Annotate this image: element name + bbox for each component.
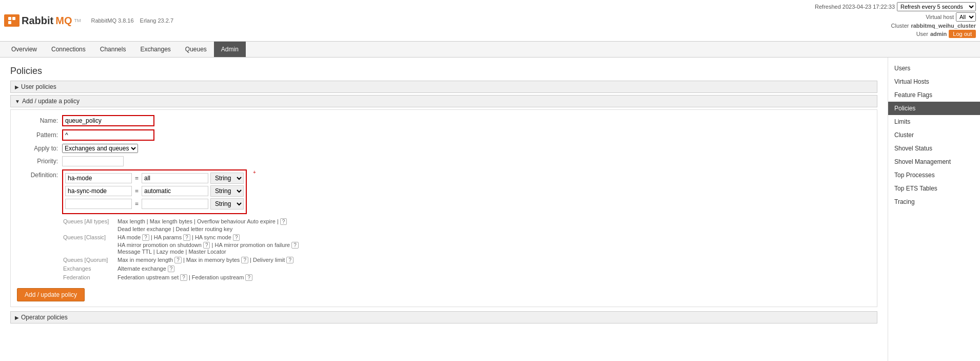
hint-max-in-memory-length[interactable]: Max in memory length (117, 257, 173, 263)
app-logo-text: Rabbit (22, 15, 53, 27)
operator-policies-section-header[interactable]: ▶ Operator policies (10, 311, 877, 324)
hints-queues-classic: Queues [Classic] HA mode ? | HA params ?… (63, 234, 871, 241)
apply-to-select[interactable]: Exchanges and queues Exchanges Queues Cl… (62, 144, 138, 153)
apply-to-row: Apply to: Exchanges and queues Exchanges… (17, 144, 871, 153)
right-sidebar: Users Virtual Hosts Feature Flags Polici… (888, 58, 980, 361)
sidebar-item-top-processes[interactable]: Top Processes (888, 168, 980, 182)
def-type-1[interactable]: String Number Boolean List (210, 173, 244, 184)
def-key-2[interactable] (65, 186, 132, 196)
hint-max-length-bytes[interactable]: Max length bytes (150, 218, 192, 224)
def-row-2: = String Number Boolean List (65, 185, 244, 197)
svg-rect-0 (7, 15, 17, 26)
user-policies-arrow: ▶ (15, 84, 19, 90)
hint-ha-params-q[interactable]: ? (183, 234, 190, 241)
hint-alternate-exchange[interactable]: Alternate exchange (117, 265, 166, 272)
hint-overflow-behaviour[interactable]: Overflow behaviour (197, 218, 246, 224)
sidebar-item-cluster[interactable]: Cluster (888, 128, 980, 142)
hint-lazy-mode[interactable]: Lazy mode (156, 249, 184, 255)
sidebar-item-tracing[interactable]: Tracing (888, 195, 980, 208)
top-right-controls: Refreshed 2023-04-23 17:22:33 Refresh ev… (815, 2, 976, 39)
nav-exchanges[interactable]: Exchanges (133, 42, 178, 57)
sidebar-item-limits[interactable]: Limits (888, 115, 980, 128)
main-layout: Policies ▶ User policies ▼ Add / update … (0, 58, 980, 361)
hint-max-in-memory-length-q[interactable]: ? (174, 257, 182, 263)
def-key-1[interactable] (65, 173, 132, 183)
hint-federation-upstream-q[interactable]: ? (245, 274, 252, 281)
refreshed-label: Refreshed 2023-04-23 17:22:33 (815, 4, 895, 10)
nav-channels[interactable]: Channels (93, 42, 133, 57)
refresh-interval-select[interactable]: Refresh every 5 seconds Refresh every 10… (897, 2, 976, 11)
definition-rows: = String Number Boolean List = (62, 169, 247, 214)
def-val-3[interactable] (142, 199, 208, 209)
hints-queues-all: Queues [All types] Max length | Max leng… (63, 218, 871, 225)
def-type-2[interactable]: String Number Boolean List (210, 185, 244, 197)
def-val-1[interactable] (142, 173, 208, 183)
sidebar-item-users[interactable]: Users (888, 62, 980, 75)
hint-ha-mirror-failure-q[interactable]: ? (291, 242, 299, 249)
name-row: Name: (17, 115, 871, 126)
add-policy-section-header[interactable]: ▼ Add / update a policy (10, 95, 877, 107)
hint-ha-mirror-shutdown[interactable]: HA mirror promotion on shutdown (117, 242, 202, 248)
add-policy-label: Add / update a policy (22, 98, 80, 105)
hints-queues-all-links2: Dead letter exchange | Dead letter routi… (117, 226, 232, 232)
hint-max-in-memory-bytes[interactable]: Max in memory bytes (186, 257, 240, 263)
logo-area: RabbitMQ TM RabbitMQ 3.8.16 Erlang 23.2.… (4, 14, 173, 27)
hint-ha-mode-q[interactable]: ? (142, 234, 149, 241)
hint-ha-sync-mode-q[interactable]: ? (233, 234, 240, 241)
operator-policies-arrow: ▶ (15, 315, 19, 320)
def-key-3[interactable] (65, 199, 132, 209)
hints-queues-quorum: Queues [Quorum] Max in memory length ? |… (63, 257, 871, 263)
name-input[interactable] (62, 115, 154, 126)
hint-ha-mode[interactable]: HA mode (117, 234, 141, 240)
logout-button[interactable]: Log out (949, 30, 976, 38)
sidebar-item-virtual-hosts[interactable]: Virtual Hosts (888, 75, 980, 88)
nav-queues[interactable]: Queues (178, 42, 214, 57)
sidebar-item-feature-flags[interactable]: Feature Flags (888, 88, 980, 102)
top-bar: RabbitMQ TM RabbitMQ 3.8.16 Erlang 23.2.… (0, 0, 980, 42)
sidebar-item-top-ets-tables[interactable]: Top ETS Tables (888, 182, 980, 195)
pattern-input[interactable] (62, 129, 154, 141)
user-policies-section-header[interactable]: ▶ User policies (10, 81, 877, 93)
user-policies-label: User policies (21, 83, 56, 90)
hint-message-ttl[interactable]: Message TTL (117, 249, 152, 255)
user-label: User (916, 31, 928, 37)
sidebar-item-shovel-management[interactable]: Shovel Management (888, 155, 980, 168)
add-update-policy-button[interactable]: Add / update policy (17, 288, 85, 301)
hint-auto-expire-q[interactable]: ? (280, 218, 287, 225)
hint-alternate-exchange-q[interactable]: ? (168, 265, 175, 272)
hints-queues-all-links: Max length | Max length bytes | Overflow… (117, 218, 287, 225)
hint-auto-expire[interactable]: Auto expire (247, 218, 276, 224)
priority-input[interactable] (62, 156, 124, 166)
hint-ha-params[interactable]: HA params (154, 234, 182, 240)
nav-admin[interactable]: Admin (214, 42, 246, 57)
hint-ha-mirror-shutdown-q[interactable]: ? (203, 242, 210, 249)
virtual-host-select[interactable]: All / (956, 12, 976, 22)
def-eq-2: = (134, 187, 140, 195)
hints-exchanges-links: Alternate exchange ? (117, 265, 174, 272)
hint-delivery-limit[interactable]: Delivery limit (253, 257, 285, 263)
nav-overview[interactable]: Overview (4, 42, 44, 57)
sidebar-item-shovel-status[interactable]: Shovel Status (888, 142, 980, 155)
hint-federation-upstream[interactable]: Federation upstream (192, 274, 244, 280)
def-type-3[interactable]: String Number Boolean List (210, 198, 244, 210)
logo-icon (4, 14, 19, 27)
hint-delivery-limit-q[interactable]: ? (286, 257, 293, 263)
hints-queues-quorum-label: Queues [Quorum] (63, 257, 114, 263)
priority-label: Priority: (17, 158, 58, 165)
hints-exchanges: Exchanges Alternate exchange ? (63, 265, 871, 272)
apply-to-label: Apply to: (17, 145, 58, 152)
hint-max-length[interactable]: Max length (117, 218, 145, 224)
hint-ha-mirror-failure[interactable]: HA mirror promotion on failure (214, 242, 290, 248)
hint-dead-letter-routing-key[interactable]: Dead letter routing key (176, 226, 233, 232)
sidebar-item-policies[interactable]: Policies (888, 102, 980, 115)
def-val-2[interactable] (142, 186, 208, 196)
hint-ha-sync-mode[interactable]: HA sync mode (195, 234, 231, 240)
hint-federation-upstream-set[interactable]: Federation upstream set (117, 274, 179, 280)
hint-master-locator[interactable]: Master Locator (188, 249, 226, 255)
hint-dead-letter-exchange[interactable]: Dead letter exchange (117, 226, 171, 232)
hint-max-in-memory-bytes-q[interactable]: ? (241, 257, 248, 263)
nav-connections[interactable]: Connections (44, 42, 93, 57)
svg-rect-2 (12, 17, 15, 20)
def-row-1: = String Number Boolean List (65, 173, 244, 184)
hint-federation-upstream-set-q[interactable]: ? (180, 274, 187, 281)
